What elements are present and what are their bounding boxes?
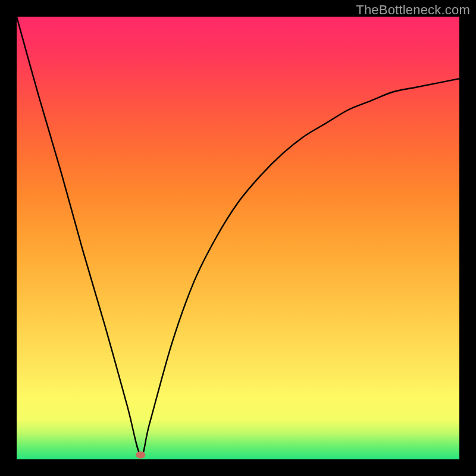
min-marker [136,452,145,459]
chart-frame: TheBottleneck.com [0,0,476,476]
bottleneck-curve [17,17,459,455]
watermark-text: TheBottleneck.com [356,2,470,18]
plot-area [17,17,459,459]
curve-svg [17,17,459,459]
